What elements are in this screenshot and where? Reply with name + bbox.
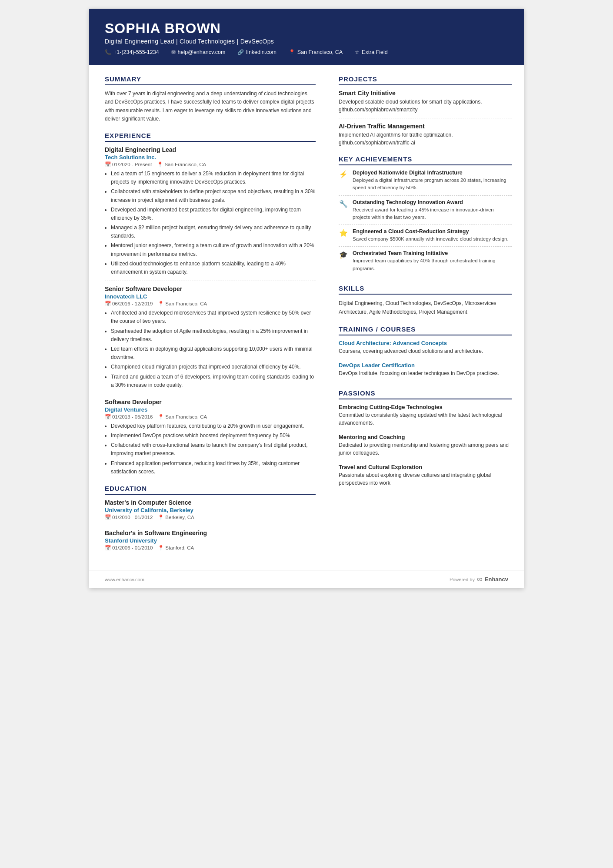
summary-section: SUMMARY With over 7 years in digital eng… xyxy=(105,75,316,123)
calendar-icon: 📅 xyxy=(105,414,111,420)
passion-2-title: Mentoring and Coaching xyxy=(339,434,512,440)
passion-2: Mentoring and Coaching Dedicated to prov… xyxy=(339,434,512,460)
left-column: SUMMARY With over 7 years in digital eng… xyxy=(89,65,328,570)
edu-2: Bachelor's in Software Engineering Stanf… xyxy=(105,530,316,551)
edu-2-school: Stanford University xyxy=(105,537,316,544)
contact-info: 📞 +1-(234)-555-1234 ✉ help@enhancv.com 🔗… xyxy=(105,49,508,55)
contact-linkedin: 🔗 linkedin.com xyxy=(237,49,276,55)
training-2: DevOps Leader Certification DevOps Insti… xyxy=(339,362,512,381)
edu-2-location: 📍 Stanford, CA xyxy=(158,545,194,551)
job-2-company: Innovatech LLC xyxy=(105,293,316,300)
divider xyxy=(105,525,316,525)
project-1-desc: Developed scalable cloud solutions for s… xyxy=(339,98,512,114)
header: SOPHIA BROWN Digital Engineering Lead | … xyxy=(89,9,524,65)
edu-2-degree: Bachelor's in Software Engineering xyxy=(105,530,316,536)
skills-text: Digital Engineering, Cloud Technologies,… xyxy=(339,299,512,317)
project-2: AI-Driven Traffic Management Implemented… xyxy=(339,123,512,147)
bullet-item: Championed cloud migration projects that… xyxy=(111,363,316,371)
pin-icon: 📍 xyxy=(157,161,163,168)
job-2-dates: 📅 06/2016 - 12/2019 xyxy=(105,301,153,307)
achievement-3-desc: Saved company $500K annually with innova… xyxy=(353,235,509,243)
pin-icon: 📍 xyxy=(158,414,164,420)
achievement-3: ⭐ Engineered a Cloud Cost-Reduction Stra… xyxy=(339,228,512,247)
achievement-4-icon: 🎓 xyxy=(339,251,348,272)
training-section: TRAINING / COURSES Cloud Architecture: A… xyxy=(339,325,512,381)
bullet-item: Collaborated with cross-functional teams… xyxy=(111,441,316,458)
experience-title: EXPERIENCE xyxy=(105,132,316,142)
bullet-item: Developed and implemented best practices… xyxy=(111,206,316,222)
edu-2-meta: 📅 01/2006 - 01/2010 📍 Stanford, CA xyxy=(105,545,316,551)
candidate-name: SOPHIA BROWN xyxy=(105,21,508,36)
bullet-item: Managed a $2 million project budget, ens… xyxy=(111,224,316,240)
bullet-item: Mentored junior engineers, fostering a t… xyxy=(111,241,316,258)
edu-1-school: University of California, Berkeley xyxy=(105,507,316,513)
achievement-2-icon: 🔧 xyxy=(339,200,348,221)
footer-website: www.enhancv.com xyxy=(105,577,144,582)
footer: www.enhancv.com Powered by ∞ Enhancv xyxy=(89,570,524,588)
skills-title: SKILLS xyxy=(339,285,512,295)
bullet-item: Trained and guided a team of 6 developer… xyxy=(111,373,316,389)
achievement-3-icon: ⭐ xyxy=(339,229,348,243)
training-1-desc: Coursera, covering advanced cloud soluti… xyxy=(339,347,512,359)
enhancv-logo-icon: ∞ xyxy=(477,575,483,584)
contact-phone: 📞 +1-(234)-555-1234 xyxy=(105,49,159,55)
training-2-desc: DevOps Institute, focusing on leader tec… xyxy=(339,369,512,381)
achievement-1: ⚡ Deployed Nationwide Digital Infrastruc… xyxy=(339,170,512,196)
job-2-title: Senior Software Developer xyxy=(105,285,316,292)
right-column: PROJECTS Smart City Initiative Developed… xyxy=(328,65,524,570)
passions-title: PASSIONS xyxy=(339,389,512,399)
achievement-4-desc: Improved team capabilities by 40% throug… xyxy=(353,257,512,272)
email-icon: ✉ xyxy=(171,49,176,55)
bullet-item: Collaborated with stakeholders to define… xyxy=(111,188,316,204)
key-achievements-title: KEY ACHIEVEMENTS xyxy=(339,155,512,165)
passion-2-desc: Dedicated to providing mentorship and fo… xyxy=(339,441,512,460)
achievement-3-title: Engineered a Cloud Cost-Reduction Strate… xyxy=(353,228,509,235)
projects-title: PROJECTS xyxy=(339,75,512,85)
linkedin-icon: 🔗 xyxy=(237,49,244,55)
education-title: EDUCATION xyxy=(105,485,316,495)
bullet-item: Utilized cloud technologies to enhance p… xyxy=(111,260,316,276)
pin-icon: 📍 xyxy=(158,545,164,551)
summary-title: SUMMARY xyxy=(105,75,316,85)
job-3-meta: 📅 01/2013 - 05/2016 📍 San Francisco, CA xyxy=(105,414,316,420)
achievement-1-desc: Deployed a digital infrastructure progra… xyxy=(353,177,512,192)
edu-2-dates: 📅 01/2006 - 01/2010 xyxy=(105,545,153,551)
bullet-item: Implemented DevOps practices which boost… xyxy=(111,432,316,440)
job-3-title: Software Developer xyxy=(105,399,316,406)
job-2-bullets: Architected and developed microservices … xyxy=(105,309,316,389)
training-title: TRAINING / COURSES xyxy=(339,325,512,335)
job-1-bullets: Led a team of 15 engineers to deliver a … xyxy=(105,170,316,276)
edu-1-degree: Master's in Computer Science xyxy=(105,499,316,506)
divider xyxy=(105,281,316,281)
footer-brand: Powered by ∞ Enhancv xyxy=(450,575,508,584)
achievement-2-title: Outstanding Technology Innovation Award xyxy=(353,199,512,205)
calendar-icon: 📅 xyxy=(105,514,111,520)
job-1-title: Digital Engineering Lead xyxy=(105,146,316,153)
project-2-desc: Implemented AI algorithms for traffic op… xyxy=(339,131,512,147)
edu-1-location: 📍 Berkeley, CA xyxy=(158,514,194,520)
achievement-1-title: Deployed Nationwide Digital Infrastructu… xyxy=(353,170,512,176)
resume-container: SOPHIA BROWN Digital Engineering Lead | … xyxy=(89,9,524,588)
job-3: Software Developer Digital Ventures 📅 01… xyxy=(105,399,316,476)
job-3-company: Digital Ventures xyxy=(105,406,316,413)
passion-3: Travel and Cultural Exploration Passiona… xyxy=(339,464,512,490)
bullet-item: Architected and developed microservices … xyxy=(111,309,316,325)
job-3-bullets: Developed key platform features, contrib… xyxy=(105,422,316,476)
bullet-item: Led team efforts in deploying digital ap… xyxy=(111,345,316,362)
candidate-title: Digital Engineering Lead | Cloud Technol… xyxy=(105,38,508,45)
job-1-location: 📍 San Francisco, CA xyxy=(157,161,206,168)
achievement-1-icon: ⚡ xyxy=(339,170,348,192)
achievement-2: 🔧 Outstanding Technology Innovation Awar… xyxy=(339,199,512,225)
phone-icon: 📞 xyxy=(105,49,111,55)
projects-section: PROJECTS Smart City Initiative Developed… xyxy=(339,75,512,147)
passion-1: Embracing Cutting-Edge Technologies Comm… xyxy=(339,404,512,430)
contact-email: ✉ help@enhancv.com xyxy=(171,49,226,55)
education-section: EDUCATION Master's in Computer Science U… xyxy=(105,485,316,551)
key-achievements-section: KEY ACHIEVEMENTS ⚡ Deployed Nationwide D… xyxy=(339,155,512,276)
job-1-company: Tech Solutions Inc. xyxy=(105,154,316,161)
training-2-title: DevOps Leader Certification xyxy=(339,362,512,369)
main-content: SUMMARY With over 7 years in digital eng… xyxy=(89,65,524,570)
edu-1-dates: 📅 01/2010 - 01/2012 xyxy=(105,514,153,520)
edu-1: Master's in Computer Science University … xyxy=(105,499,316,520)
location-icon: 📍 xyxy=(289,49,295,55)
